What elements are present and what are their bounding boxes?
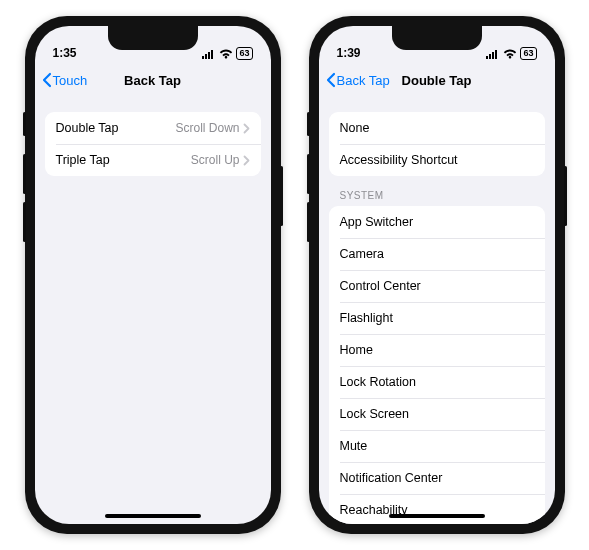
- back-button[interactable]: Touch: [41, 72, 88, 88]
- content[interactable]: None Accessibility Shortcut System App S…: [319, 98, 555, 524]
- wifi-icon: [219, 49, 233, 59]
- option-none[interactable]: None: [329, 112, 545, 144]
- home-indicator[interactable]: [105, 514, 201, 518]
- volume-up-button: [307, 154, 310, 194]
- volume-down-button: [23, 202, 26, 242]
- row-value: Scroll Up: [191, 153, 250, 167]
- chevron-right-icon: [243, 123, 250, 134]
- battery-indicator: 63: [236, 47, 252, 60]
- row-label: Lock Screen: [340, 407, 409, 421]
- row-label: Mute: [340, 439, 368, 453]
- page-title: Double Tap: [402, 73, 472, 88]
- system-section-header: System: [329, 176, 545, 206]
- option-mute[interactable]: Mute: [329, 430, 545, 462]
- row-label: Triple Tap: [56, 153, 110, 167]
- option-control-center[interactable]: Control Center: [329, 270, 545, 302]
- triple-tap-row[interactable]: Triple Tap Scroll Up: [45, 144, 261, 176]
- battery-indicator: 63: [520, 47, 536, 60]
- page-title: Back Tap: [124, 73, 181, 88]
- silent-switch: [307, 112, 310, 136]
- home-indicator[interactable]: [389, 514, 485, 518]
- options-group-system: App Switcher Camera Control Center Flash…: [329, 206, 545, 524]
- svg-rect-6: [492, 52, 494, 59]
- cellular-signal-icon: [486, 49, 500, 59]
- nav-bar: Back Tap Double Tap: [319, 62, 555, 98]
- options-group-top: None Accessibility Shortcut: [329, 112, 545, 176]
- chevron-left-icon: [325, 72, 336, 88]
- volume-up-button: [23, 154, 26, 194]
- row-label: Flashlight: [340, 311, 394, 325]
- row-label: Lock Rotation: [340, 375, 416, 389]
- nav-bar: Touch Back Tap: [35, 62, 271, 98]
- row-value-text: Scroll Down: [175, 121, 239, 135]
- row-label: Camera: [340, 247, 384, 261]
- power-button: [564, 166, 567, 226]
- row-label: Control Center: [340, 279, 421, 293]
- back-label: Back Tap: [337, 73, 390, 88]
- content: Double Tap Scroll Down Triple Tap Scroll…: [35, 98, 271, 524]
- option-app-switcher[interactable]: App Switcher: [329, 206, 545, 238]
- notch: [392, 26, 482, 50]
- svg-rect-0: [202, 56, 204, 59]
- option-flashlight[interactable]: Flashlight: [329, 302, 545, 334]
- row-label: None: [340, 121, 370, 135]
- option-lock-screen[interactable]: Lock Screen: [329, 398, 545, 430]
- option-home[interactable]: Home: [329, 334, 545, 366]
- double-tap-row[interactable]: Double Tap Scroll Down: [45, 112, 261, 144]
- back-button[interactable]: Back Tap: [325, 72, 390, 88]
- screen: 1:35 63 Touch Back Tap: [35, 26, 271, 524]
- cellular-signal-icon: [202, 49, 216, 59]
- screen: 1:39 63 Back Tap Double Tap: [319, 26, 555, 524]
- row-value: Scroll Down: [175, 121, 249, 135]
- notch: [108, 26, 198, 50]
- row-label: Notification Center: [340, 471, 443, 485]
- row-label: App Switcher: [340, 215, 414, 229]
- row-value-text: Scroll Up: [191, 153, 240, 167]
- option-notification-center[interactable]: Notification Center: [329, 462, 545, 494]
- power-button: [280, 166, 283, 226]
- chevron-right-icon: [243, 155, 250, 166]
- svg-rect-3: [211, 50, 213, 59]
- svg-rect-4: [486, 56, 488, 59]
- settings-group: Double Tap Scroll Down Triple Tap Scroll…: [45, 112, 261, 176]
- chevron-left-icon: [41, 72, 52, 88]
- svg-rect-1: [205, 54, 207, 59]
- option-accessibility-shortcut[interactable]: Accessibility Shortcut: [329, 144, 545, 176]
- option-lock-rotation[interactable]: Lock Rotation: [329, 366, 545, 398]
- silent-switch: [23, 112, 26, 136]
- row-label: Double Tap: [56, 121, 119, 135]
- back-label: Touch: [53, 73, 88, 88]
- phone-frame-right: 1:39 63 Back Tap Double Tap: [309, 16, 565, 534]
- row-label: Accessibility Shortcut: [340, 153, 458, 167]
- svg-rect-2: [208, 52, 210, 59]
- svg-rect-7: [495, 50, 497, 59]
- option-reachability[interactable]: Reachability: [329, 494, 545, 524]
- volume-down-button: [307, 202, 310, 242]
- option-camera[interactable]: Camera: [329, 238, 545, 270]
- wifi-icon: [503, 49, 517, 59]
- svg-rect-5: [489, 54, 491, 59]
- phone-frame-left: 1:35 63 Touch Back Tap: [25, 16, 281, 534]
- row-label: Home: [340, 343, 373, 357]
